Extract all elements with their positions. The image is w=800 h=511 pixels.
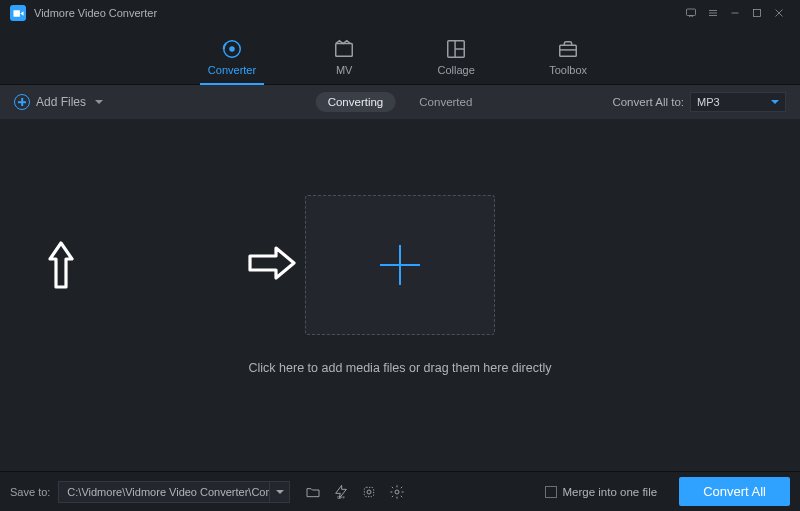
tutorial-arrow-up-icon: [48, 239, 74, 295]
add-files-label: Add Files: [36, 95, 86, 109]
tab-collage-label: Collage: [437, 64, 474, 76]
tutorial-arrow-right-icon: [246, 244, 298, 286]
tab-toolbox[interactable]: Toolbox: [536, 34, 600, 84]
menu-icon[interactable]: [702, 2, 724, 24]
tab-converted[interactable]: Converted: [407, 92, 484, 112]
convert-all-to-label: Convert All to:: [612, 96, 684, 108]
hardware-accel-button[interactable]: OFF: [332, 483, 350, 501]
open-folder-button[interactable]: [304, 483, 322, 501]
convert-all-label: Convert All: [703, 484, 766, 499]
minimize-button[interactable]: [724, 2, 746, 24]
tab-converting[interactable]: Converting: [316, 92, 396, 112]
toolbox-icon: [557, 38, 579, 60]
svg-text:OFF: OFF: [337, 494, 346, 499]
plus-circle-icon: [14, 94, 30, 110]
svg-point-19: [367, 490, 371, 494]
svg-point-20: [395, 490, 399, 494]
output-format-select[interactable]: MP3: [690, 92, 786, 112]
collage-icon: [445, 38, 467, 60]
output-format-value: MP3: [697, 96, 720, 108]
app-title: Vidmore Video Converter: [34, 7, 157, 19]
save-to-label: Save to:: [10, 486, 50, 498]
title-bar: Vidmore Video Converter: [0, 0, 800, 26]
app-logo-icon: [10, 5, 26, 21]
status-toggle: Converting Converted: [316, 92, 485, 112]
merge-label: Merge into one file: [563, 486, 658, 498]
mv-icon: [333, 38, 355, 60]
svg-point-9: [229, 46, 235, 52]
app-window: Vidmore Video Converter Converter: [0, 0, 800, 511]
chevron-down-icon: [95, 100, 103, 104]
close-button[interactable]: [768, 2, 790, 24]
tab-converter-label: Converter: [208, 64, 256, 76]
footer-tool-icons: OFF: [304, 483, 406, 501]
tab-mv-label: MV: [336, 64, 353, 76]
chevron-down-icon: [771, 100, 779, 104]
save-path-value: C:\Vidmore\Vidmore Video Converter\Conve…: [59, 486, 269, 498]
merge-checkbox[interactable]: Merge into one file: [545, 486, 658, 498]
svg-rect-0: [687, 9, 696, 16]
feedback-icon[interactable]: [680, 2, 702, 24]
high-speed-button[interactable]: [360, 483, 378, 501]
dropzone-caption: Click here to add media files or drag th…: [249, 361, 552, 375]
add-files-button[interactable]: Add Files: [14, 94, 103, 110]
tab-mv[interactable]: MV: [312, 34, 376, 84]
svg-rect-10: [336, 44, 353, 57]
tab-collage[interactable]: Collage: [424, 34, 488, 84]
plus-icon: [380, 245, 420, 285]
footer-bar: Save to: C:\Vidmore\Vidmore Video Conver…: [0, 471, 800, 511]
convert-all-button[interactable]: Convert All: [679, 477, 790, 506]
save-path-box: C:\Vidmore\Vidmore Video Converter\Conve…: [58, 481, 290, 503]
settings-button[interactable]: [388, 483, 406, 501]
secondary-toolbar: Add Files Converting Converted Convert A…: [0, 85, 800, 119]
tab-toolbox-label: Toolbox: [549, 64, 587, 76]
checkbox-box-icon: [545, 486, 557, 498]
svg-rect-5: [754, 10, 761, 17]
dropzone[interactable]: [305, 195, 495, 335]
chevron-down-icon: [276, 490, 284, 494]
svg-rect-18: [365, 487, 374, 496]
svg-rect-14: [560, 45, 577, 56]
converter-icon: [221, 38, 243, 60]
work-area: Click here to add media files or drag th…: [0, 119, 800, 471]
tab-converter[interactable]: Converter: [200, 34, 264, 84]
save-path-dropdown[interactable]: [269, 481, 289, 503]
primary-nav: Converter MV Collage Toolbox: [0, 26, 800, 85]
maximize-button[interactable]: [746, 2, 768, 24]
